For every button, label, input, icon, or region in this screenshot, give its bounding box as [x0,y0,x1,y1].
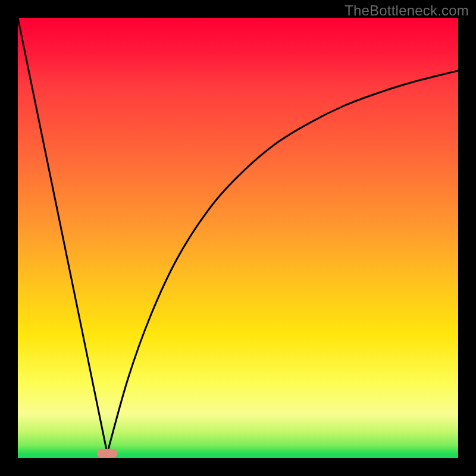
curve-right-branch [107,71,458,453]
minimum-marker [97,449,118,458]
watermark-text: TheBottleneck.com [345,2,469,19]
plot-area [18,18,458,458]
chart-root: TheBottleneck.com [0,0,476,476]
curve-layer [18,18,458,458]
curve-left-branch [18,18,107,453]
